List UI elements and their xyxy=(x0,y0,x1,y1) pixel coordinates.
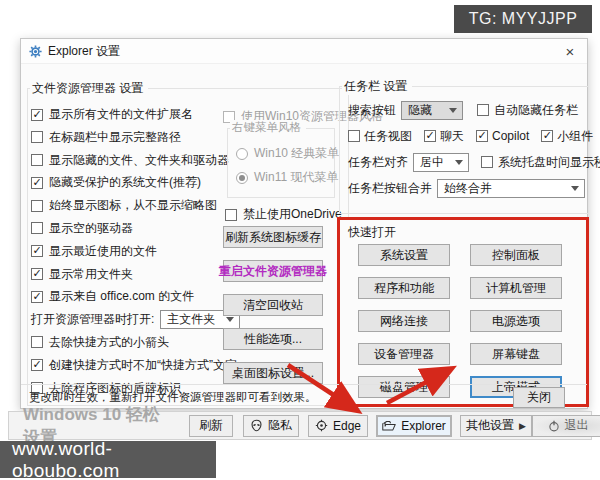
empty-recycle-bin-button[interactable]: 清空回收站 xyxy=(223,294,323,316)
quick-open-control-panel-button[interactable]: 控制面板 xyxy=(470,244,562,266)
privacy-button[interactable]: 隐私 xyxy=(243,415,299,437)
checkbox[interactable] xyxy=(541,130,553,142)
checkbox[interactable] xyxy=(31,245,43,257)
checkbox-label: 显示来自 office.com 的文件 xyxy=(49,288,194,305)
checkbox[interactable] xyxy=(31,268,43,280)
taskbar-feature-toggles: 任务视图聊天Copilot小组件 xyxy=(348,127,600,145)
checkbox-label: 聊天 xyxy=(440,128,464,145)
radio-win11-modern-menu: Win11 现代菜单 xyxy=(236,169,338,186)
checkbox[interactable] xyxy=(31,109,43,121)
refresh-icon-cache-button[interactable]: 刷新系统图标缓存 xyxy=(223,226,323,248)
checkbox-label: 显示隐藏的文件、文件夹和驱动器 xyxy=(49,152,229,169)
button-label: Edge xyxy=(333,419,361,433)
dialog-titlebar: Explorer 设置 × xyxy=(21,39,587,64)
explorer-setting-hide-protected-system-files: 隐藏受保护的系统文件(推荐) xyxy=(31,174,240,191)
app-gear-icon xyxy=(29,45,42,58)
context-menu-group-label: 右键菜单风格 xyxy=(230,120,306,135)
quick-open-grid: 系统设置控制面板程序和功能计算机管理网络连接电源选项设备管理器屏幕键盘磁盘管理上… xyxy=(358,244,562,398)
explorer-setting-open-explorer-to: 打开资源管理器时打开:主文件夹 xyxy=(31,311,240,328)
alien-icon xyxy=(250,419,263,432)
exit-button[interactable]: 退出 xyxy=(532,415,600,437)
action-buttons-column: 刷新系统图标缓存重启文件资源管理器清空回收站性能选项...桌面图标设置... xyxy=(223,226,323,384)
button-label: Explorer xyxy=(401,419,446,433)
context-menu-style-group: 右键菜单风格 Win10 经典菜单 Win11 现代菜单 xyxy=(227,128,335,198)
checkbox-label: 在标题栏中显示完整路径 xyxy=(49,129,181,146)
tray-seconds-checkbox[interactable] xyxy=(481,156,493,168)
checkbox-label: 显示所有文件的文件扩展名 xyxy=(49,106,193,123)
quick-open-on-screen-keyboard-button[interactable]: 屏幕键盘 xyxy=(470,343,562,365)
restart-explorer-button[interactable]: 重启文件资源管理器 xyxy=(223,260,323,282)
toggle-copilot: Copilot xyxy=(476,127,529,145)
explorer-setting-show-frequent-folders: 显示常用文件夹 xyxy=(31,266,240,283)
checkbox-label: 禁止使用OneDrive xyxy=(243,206,342,223)
checkbox-label: 显示最近使用的文件 xyxy=(49,243,157,260)
radio-label: Win10 经典菜单 xyxy=(254,145,339,162)
checkbox[interactable] xyxy=(348,130,360,142)
refresh-button[interactable]: 刷新 xyxy=(189,415,233,437)
chevron-down-icon xyxy=(571,186,579,191)
checkbox[interactable] xyxy=(31,131,43,143)
quick-open-power-options-button[interactable]: 电源选项 xyxy=(470,310,562,332)
explorer-setting-no-shortcut-suffix-text: 创建快捷方式时不加“快捷方式”文字 xyxy=(31,357,240,374)
select-value: 主文件夹 xyxy=(167,311,215,328)
taskbar-align-select[interactable]: 居中 xyxy=(413,153,469,172)
gear-circle-icon xyxy=(315,419,328,432)
button-label: 退出 xyxy=(565,417,589,434)
search-button-select[interactable]: 隐藏 xyxy=(401,101,463,120)
select-value: 居中 xyxy=(420,154,444,171)
quick-open-device-manager-button[interactable]: 设备管理器 xyxy=(358,343,450,365)
checkbox[interactable] xyxy=(476,130,488,142)
quick-open-label: 快速打开 xyxy=(348,224,396,241)
select-label: 打开资源管理器时打开: xyxy=(31,311,154,328)
toggle-task-view: 任务视图 xyxy=(348,127,412,145)
performance-options-button[interactable]: 性能选项... xyxy=(223,328,323,350)
checkbox[interactable] xyxy=(424,130,436,142)
checkbox[interactable] xyxy=(31,177,43,189)
explorer-button[interactable]: Explorer xyxy=(376,415,452,437)
explorer-setting-show-hidden-files: 显示隐藏的文件、文件夹和驱动器 xyxy=(31,152,240,169)
checkbox[interactable] xyxy=(31,200,43,212)
close-icon[interactable]: × xyxy=(561,42,579,60)
explorer-setting-show-empty-drives: 显示空的驱动器 xyxy=(31,220,240,237)
explorer-settings-dialog: Explorer 设置 × 文件资源管理器 设置 显示所有文件的文件扩展名在标题… xyxy=(20,38,588,409)
checkbox-label: 创建快捷方式时不加“快捷方式”文字 xyxy=(49,357,237,374)
checkbox-label: 小组件 xyxy=(557,128,593,145)
other-settings-button[interactable]: 其他设置▶ xyxy=(460,415,532,437)
checkbox[interactable] xyxy=(31,336,43,348)
edge-button[interactable]: Edge xyxy=(308,415,368,437)
checkbox[interactable] xyxy=(31,154,43,166)
explorer-setting-show-file-extensions: 显示所有文件的文件扩展名 xyxy=(31,106,240,123)
toolbar-buttons: 刷新隐私EdgeExplorer其他设置▶退出 xyxy=(175,415,600,437)
dialog-title: Explorer 设置 xyxy=(48,43,555,60)
desktop-icon-settings-button[interactable]: 桌面图标设置... xyxy=(223,362,323,384)
chevron-down-icon xyxy=(449,108,457,113)
quick-open-network-connections-button[interactable]: 网络连接 xyxy=(358,310,450,332)
taskbar-combine-label: 任务栏按钮合并 xyxy=(348,180,432,197)
explorer-setting-always-icons-never-thumbnails: 始终显示图标，从不显示缩略图 xyxy=(31,197,240,214)
auto-hide-taskbar-checkbox[interactable] xyxy=(477,104,489,116)
search-button-label: 搜索按钮 xyxy=(348,102,396,119)
taskbar-combine-select[interactable]: 始终合并 xyxy=(437,179,585,198)
quick-open-computer-management-button[interactable]: 计算机管理 xyxy=(470,277,562,299)
radio-icon[interactable] xyxy=(236,148,248,160)
screenshot-root: TG: MYYJJPP Explorer 设置 × 文件资源管理器 设置 xyxy=(0,0,600,480)
checkbox-label: 隐藏受保护的系统文件(推荐) xyxy=(49,174,201,191)
checkbox[interactable] xyxy=(31,222,43,234)
explorer-setting-remove-shortcut-arrow: 去除快捷方式的小箭头 xyxy=(31,334,240,351)
quick-open-system-settings-button[interactable]: 系统设置 xyxy=(358,244,450,266)
checkbox-label: Copilot xyxy=(492,129,529,143)
checkbox[interactable] xyxy=(31,291,43,303)
folder-icon xyxy=(382,420,396,432)
site-watermark: www.world-oboubo.com xyxy=(0,441,216,478)
quick-open-programs-and-features-button[interactable]: 程序和功能 xyxy=(358,277,450,299)
checkbox[interactable] xyxy=(225,209,237,221)
tg-contact-badge: TG: MYYJJPP xyxy=(454,5,592,33)
taskbar-options-group: 任务栏 设置 搜索按钮 隐藏 自动隐藏任务栏 任务视图聊天Copilot小组件 xyxy=(339,86,589,214)
toggle-chat: 聊天 xyxy=(424,127,464,145)
checkbox-label: 去除快捷方式的小箭头 xyxy=(49,334,169,351)
close-button[interactable]: 关闭 xyxy=(513,387,565,408)
checkbox-label: 显示常用文件夹 xyxy=(49,266,133,283)
checkbox[interactable] xyxy=(31,359,43,371)
radio-icon[interactable] xyxy=(236,172,248,184)
taskbar-align-label: 任务栏对齐 xyxy=(348,154,408,171)
